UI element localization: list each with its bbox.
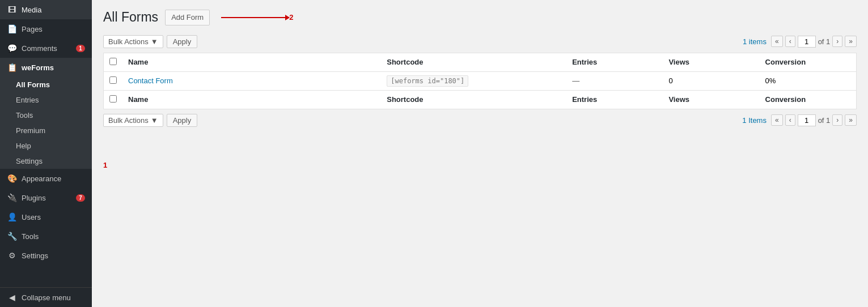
next-page-btn-top[interactable]: › [832, 36, 842, 47]
users-icon: 👤 [7, 212, 17, 222]
tools-icon: 🔧 [7, 231, 17, 241]
comments-icon: 💬 [7, 43, 17, 53]
footer-header-views: Views [663, 90, 759, 109]
sidebar-item-premium[interactable]: Premium [0, 123, 92, 138]
dropdown-chevron-icon: ▼ [151, 37, 158, 46]
conversion-value: 0% [765, 76, 776, 85]
plugins-badge: 7 [76, 194, 85, 202]
views-value: 0 [668, 76, 672, 85]
toolbar-left-bottom: Bulk Actions ▼ Apply [103, 114, 197, 127]
header-conversion: Conversion [760, 53, 857, 71]
toolbar-left-top: Bulk Actions ▼ Apply [103, 35, 197, 48]
row-checkbox[interactable] [109, 76, 117, 84]
pagination-top: 1 items « ‹ of 1 › » [743, 36, 857, 48]
prev-page-btn-top[interactable]: ‹ [785, 36, 795, 47]
add-form-button[interactable]: Add Form [165, 10, 210, 26]
sidebar-item-weforms[interactable]: 📋 weForms [0, 58, 92, 77]
sidebar-item-label: Settings [22, 251, 85, 260]
sidebar-item-label: Collapse menu [22, 293, 85, 302]
sidebar-item-label: All Forms [16, 80, 85, 89]
plugins-icon: 🔌 [7, 193, 17, 203]
of-label-bottom: of 1 [818, 116, 831, 125]
sidebar-item-media[interactable]: 🎞 Media [0, 0, 92, 19]
next-page-btn-bottom[interactable]: › [832, 114, 842, 126]
sidebar-item-pages[interactable]: 📄 Pages [0, 19, 92, 39]
pages-icon: 📄 [7, 24, 17, 34]
sidebar-item-label: Media [22, 6, 85, 14]
bulk-actions-dropdown-top[interactable]: Bulk Actions ▼ [103, 35, 163, 48]
sidebar-item-tools-main[interactable]: 🔧 Tools [0, 227, 92, 246]
form-name-link[interactable]: Contact Form [128, 76, 173, 85]
entries-value: — [572, 76, 579, 85]
sidebar-item-plugins[interactable]: 🔌 Plugins 7 [0, 188, 92, 207]
sidebar-item-tools-sub[interactable]: Tools [0, 108, 92, 123]
sidebar-item-label: Appearance [22, 174, 85, 183]
row-entries-cell: — [566, 71, 663, 90]
sidebar-collapse-button[interactable]: ◀ Collapse menu [0, 287, 92, 307]
comments-badge: 1 [76, 45, 85, 52]
forms-table: Name Shortcode Entries Views Conversion … [103, 53, 857, 109]
dropdown-chevron-bottom-icon: ▼ [151, 116, 158, 125]
sidebar-item-label: Plugins [22, 194, 71, 202]
appearance-icon: 🎨 [7, 173, 17, 184]
row-shortcode-cell: [weforms id="180"] [381, 71, 566, 90]
first-page-btn-bottom[interactable]: « [771, 114, 783, 126]
media-icon: 🎞 [7, 5, 17, 15]
sidebar-item-label: Settings [16, 157, 85, 165]
sidebar-item-label: Tools [22, 232, 85, 241]
sidebar-item-label: Pages [22, 25, 85, 33]
row-conversion-cell: 0% [760, 71, 857, 90]
sidebar-item-help[interactable]: Help [0, 138, 92, 154]
table-footer-header-row: Name Shortcode Entries Views Conversion [104, 90, 857, 109]
footer-header-conversion: Conversion [760, 90, 857, 109]
sidebar-item-settings-weforms[interactable]: Settings [0, 154, 92, 169]
sidebar-item-label: Comments [22, 44, 71, 53]
sidebar-item-comments[interactable]: 💬 Comments 1 [0, 39, 92, 58]
row-checkbox-cell [104, 71, 123, 90]
shortcode-value: [weforms id="180"] [387, 75, 468, 87]
row-name-cell: Contact Form [122, 71, 381, 90]
annotation-arrow-2: 2 [221, 13, 293, 22]
sidebar-item-all-forms[interactable]: All Forms [0, 77, 92, 92]
sidebar-item-users[interactable]: 👤 Users [0, 207, 92, 227]
pagination-bottom: 1 Items « ‹ of 1 › » [742, 114, 857, 126]
items-count-top: 1 items [743, 37, 767, 46]
page-number-input-top[interactable] [798, 36, 816, 48]
table-header-row: Name Shortcode Entries Views Conversion [104, 53, 857, 71]
apply-button-top[interactable]: Apply [167, 35, 198, 48]
footer-select-all-checkbox[interactable] [109, 95, 117, 103]
of-label-top: of 1 [818, 37, 831, 46]
bulk-actions-label-top: Bulk Actions [108, 37, 149, 46]
collapse-icon: ◀ [7, 292, 17, 302]
sidebar-item-appearance[interactable]: 🎨 Appearance [0, 169, 92, 188]
sidebar-item-label: Users [22, 213, 85, 221]
page-number-input-bottom[interactable] [798, 114, 816, 126]
last-page-btn-bottom[interactable]: » [845, 114, 857, 126]
sidebar-item-label: Premium [16, 126, 85, 135]
bulk-actions-dropdown-bottom[interactable]: Bulk Actions ▼ [103, 114, 163, 127]
footer-checkbox-col [104, 90, 123, 109]
footer-header-entries: Entries [566, 90, 663, 109]
page-header: All Forms Add Form 2 [103, 9, 857, 26]
header-checkbox-col [104, 53, 123, 71]
select-all-checkbox[interactable] [109, 58, 117, 65]
items-count-bottom: 1 Items [742, 116, 767, 125]
header-views: Views [663, 53, 759, 71]
header-name: Name [122, 53, 381, 71]
main-content: All Forms Add Form 2 Bulk Actions ▼ Appl… [92, 0, 868, 307]
apply-button-bottom[interactable]: Apply [167, 114, 198, 127]
last-page-btn-top[interactable]: » [845, 36, 857, 47]
weforms-submenu: All Forms Entries Tools Premium Help Set… [0, 77, 92, 169]
sidebar-item-label: weForms [22, 63, 85, 72]
prev-page-btn-bottom[interactable]: ‹ [785, 114, 795, 126]
footer-header-shortcode: Shortcode [381, 90, 566, 109]
sidebar: 🎞 Media 📄 Pages 💬 Comments 1 📋 weForms A… [0, 0, 92, 307]
top-toolbar: Bulk Actions ▼ Apply 1 items « ‹ of 1 › … [103, 35, 857, 48]
first-page-btn-top[interactable]: « [771, 36, 783, 47]
sidebar-item-settings-main[interactable]: ⚙ Settings [0, 246, 92, 265]
bulk-actions-label-bottom: Bulk Actions [108, 116, 149, 125]
sidebar-item-entries[interactable]: Entries [0, 92, 92, 108]
footer-header-name: Name [122, 90, 381, 109]
header-entries: Entries [566, 53, 663, 71]
annotation-1-label: 1 [103, 161, 857, 169]
